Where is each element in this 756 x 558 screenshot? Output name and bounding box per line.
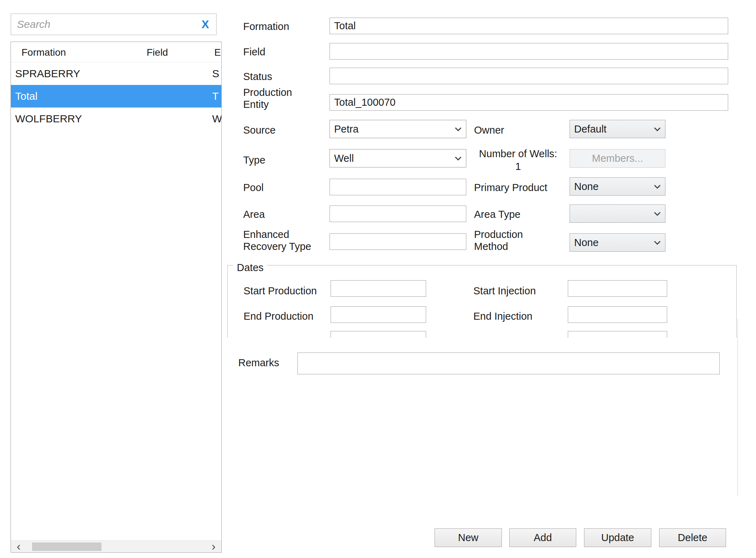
column-header-entity[interactable]: E [214,47,221,58]
clear-search-button[interactable]: X [199,18,216,31]
chevron-down-icon [654,127,661,131]
end-injection-label: End Injection [473,310,533,322]
formation-input[interactable] [330,18,728,34]
source-label: Source [243,124,276,136]
start-production-input[interactable] [331,280,426,297]
row-formation-value: Total [15,90,37,102]
start-production-label: Start Production [244,285,317,297]
row-entity-value: W [212,113,222,125]
end-production-label: End Production [244,310,313,322]
production-method-dropdown[interactable]: None [570,233,665,252]
table-row-selected[interactable]: Total T [11,85,221,108]
remarks-label: Remarks [238,357,279,369]
source-value: Petra [334,123,358,135]
primary-product-dropdown[interactable]: None [570,177,665,196]
status-label: Status [243,70,272,82]
dates-group: Start Production Start Injection End Pro… [227,265,737,338]
add-button[interactable]: Add [509,528,576,547]
owner-dropdown[interactable]: Default [570,120,665,138]
area-type-label: Area Type [474,208,521,220]
panel-right-edge [737,319,738,496]
pool-label: Pool [243,182,264,194]
field-input[interactable] [330,43,728,60]
formation-list-panel: Formation Field E SPRABERRY S Total T WO… [11,42,222,553]
production-entity-input[interactable] [330,94,728,111]
type-dropdown[interactable]: Well [330,149,466,167]
chevron-down-icon [654,211,661,216]
row-entity-value: T [212,90,219,102]
list-header: Formation Field E [11,42,221,62]
chevron-down-icon [654,240,661,245]
number-of-wells-label: Number of Wells: [479,148,557,159]
dates-group-label: Dates [233,262,267,274]
scroll-left-arrow-icon[interactable]: ‹ [11,541,26,552]
production-method-value: None [574,237,598,249]
end-production-input[interactable] [331,306,426,323]
area-input[interactable] [330,206,466,222]
owner-label: Owner [474,124,504,136]
clipped-date-input[interactable] [568,331,667,338]
table-row[interactable]: SPRABERRY S [11,62,221,85]
search-box: X [11,13,217,35]
number-of-wells-value: 1 [469,160,567,173]
type-label: Type [243,154,265,166]
update-button[interactable]: Update [584,528,651,547]
scrollbar-thumb[interactable] [32,542,102,551]
row-formation-value: WOLFBERRY [15,113,82,125]
members-button[interactable]: Members... [570,149,665,168]
table-row[interactable]: WOLFBERRY W [11,108,221,130]
primary-product-value: None [574,181,598,192]
row-entity-value: S [212,68,219,80]
type-value: Well [334,153,354,164]
column-header-formation[interactable]: Formation [21,47,66,58]
source-dropdown[interactable]: Petra [330,120,466,138]
primary-product-label: Primary Product [474,182,547,194]
start-injection-input[interactable] [568,280,667,297]
enhanced-recovery-type-label: Enhanced Recovery Type [243,228,328,252]
production-method-label: Production Method [474,228,541,252]
owner-value: Default [574,123,607,135]
pool-input[interactable] [330,179,466,195]
field-label: Field [243,46,265,58]
chevron-down-icon [654,184,661,189]
search-input[interactable] [11,18,199,30]
horizontal-scrollbar[interactable]: ‹ › [11,540,221,552]
new-button[interactable]: New [435,528,502,547]
status-input[interactable] [330,68,728,84]
chevron-down-icon [455,127,462,131]
remarks-input[interactable] [297,352,720,374]
delete-button[interactable]: Delete [659,528,726,547]
end-injection-input[interactable] [568,306,667,323]
formation-label: Formation [243,20,289,32]
scroll-right-arrow-icon[interactable]: › [206,541,221,552]
clipped-date-input[interactable] [331,331,426,338]
number-of-wells-block: Number of Wells: 1 [469,147,567,173]
chevron-down-icon [455,156,462,161]
area-type-dropdown[interactable] [570,204,665,223]
production-entity-label: Production Entity [243,86,308,110]
enhanced-recovery-type-input[interactable] [330,233,466,250]
formation-editor-window: X Formation Field E SPRABERRY S Total T … [0,0,756,558]
area-label: Area [243,208,265,220]
column-header-field[interactable]: Field [147,47,168,58]
row-formation-value: SPRABERRY [15,68,80,80]
start-injection-label: Start Injection [473,285,536,297]
